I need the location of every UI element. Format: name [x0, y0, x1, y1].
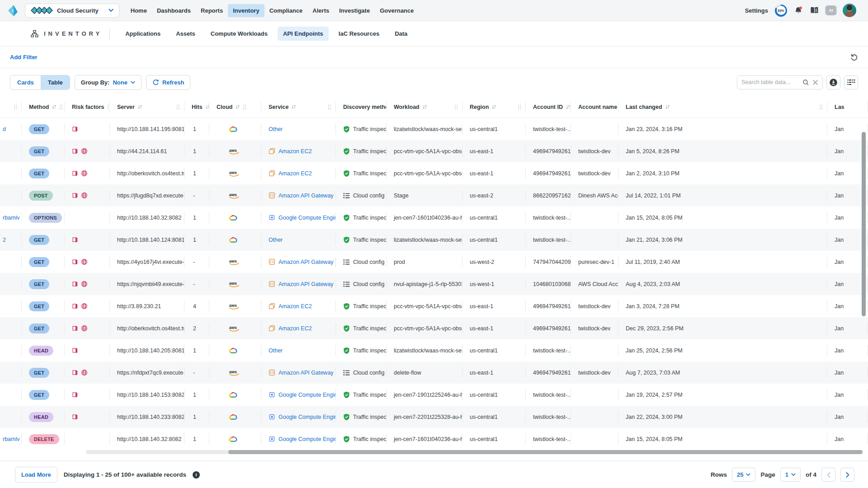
horizontal-scrollbar-thumb[interactable] — [228, 450, 863, 454]
column-header-account_name[interactable]: Account name — [571, 96, 618, 117]
nav-item-governance[interactable]: Governance — [375, 4, 419, 17]
nav-item-compliance[interactable]: Compliance — [264, 4, 308, 17]
column-header-hits[interactable]: Hits — [184, 96, 209, 117]
service-link[interactable]: Google Compute Engine — [278, 215, 336, 221]
section-title: INVENTORY — [31, 30, 102, 38]
download-button[interactable] — [826, 75, 840, 89]
cell-server: https://4yo167j4vi.execute-ap... — [110, 251, 184, 273]
sort-icon[interactable] — [422, 104, 427, 109]
next-page-button[interactable] — [840, 468, 854, 482]
column-settings-button[interactable] — [844, 75, 858, 89]
server-url: http://44.214.114.61 — [117, 148, 167, 155]
tab-compute-workloads[interactable]: Compute Workloads — [205, 27, 273, 41]
usage-progress-ring[interactable]: 83% — [775, 5, 787, 17]
drag-handle-icon[interactable] — [14, 104, 17, 110]
page-select[interactable]: 1 — [780, 468, 801, 482]
search-input[interactable] — [741, 79, 799, 85]
service-link[interactable]: Amazon EC2 — [278, 148, 312, 155]
service-link[interactable]: Amazon EC2 — [278, 170, 312, 177]
service-link[interactable]: Amazon EC2 — [278, 325, 312, 332]
cloud-config-list-icon — [343, 259, 350, 265]
cell-method: GET — [22, 361, 65, 384]
info-icon[interactable]: i — [193, 471, 200, 479]
column-header-service[interactable]: Service — [261, 96, 336, 117]
nav-item-home[interactable]: Home — [126, 4, 152, 17]
settings-link[interactable]: Settings — [745, 7, 768, 14]
load-more-button[interactable]: Load More — [15, 467, 57, 483]
nav-item-alerts[interactable]: Alerts — [307, 4, 334, 17]
service-link[interactable]: Other — [269, 237, 283, 243]
prisma-cloud-logo[interactable] — [7, 5, 19, 17]
tab-iac-resources[interactable]: IaC Resources — [333, 27, 385, 41]
tab-applications[interactable]: Applications — [120, 27, 166, 41]
service-link[interactable]: Amazon API Gateway — [278, 370, 334, 376]
endpoint-name-link[interactable]: rbamlv — [3, 436, 20, 442]
region-value: us-east-1 — [470, 148, 493, 155]
sort-icon[interactable] — [205, 104, 209, 109]
drag-handle-icon[interactable] — [454, 104, 458, 110]
sort-icon[interactable] — [291, 104, 296, 109]
vertical-scrollbar-thumb[interactable] — [862, 132, 866, 316]
drag-handle-icon[interactable] — [176, 104, 180, 110]
service-link[interactable]: Amazon API Gateway — [278, 281, 334, 287]
page-value: 1 — [785, 471, 788, 478]
service-link[interactable]: Amazon API Gateway — [278, 192, 334, 199]
endpoint-name-link[interactable]: d — [3, 126, 6, 132]
add-filter-button[interactable]: Add Filter — [10, 54, 38, 61]
view-option-table[interactable]: Table — [41, 75, 70, 89]
drag-handle-icon[interactable] — [59, 104, 63, 110]
notifications-bell-icon[interactable] — [794, 6, 803, 15]
column-header-method[interactable]: Method — [22, 96, 65, 117]
clear-search-icon[interactable] — [812, 80, 818, 85]
cell-service: Other — [261, 339, 336, 361]
view-option-cards[interactable]: Cards — [10, 75, 41, 89]
column-header-discovery[interactable]: Discovery method — [336, 96, 387, 117]
column-header-workload[interactable]: Workload — [387, 96, 462, 117]
sort-icon[interactable] — [235, 104, 240, 109]
endpoint-name-link[interactable]: rbamlv — [3, 215, 20, 221]
drag-handle-icon[interactable] — [518, 104, 521, 110]
nav-item-reports[interactable]: Reports — [196, 4, 228, 17]
column-header-cloud[interactable]: Cloud — [209, 96, 261, 117]
tab-assets[interactable]: Assets — [170, 27, 201, 41]
rows-per-page-value: 25 — [737, 471, 743, 478]
rows-per-page-select[interactable]: 25 — [732, 468, 755, 482]
refresh-button[interactable]: Refresh — [146, 75, 190, 90]
service-link[interactable]: Other — [269, 126, 283, 132]
service-link[interactable]: Other — [269, 347, 283, 354]
ai-assistant-icon[interactable]: AI — [826, 5, 836, 15]
tab-api-endpoints[interactable]: API Endpoints — [278, 27, 329, 41]
drag-handle-icon[interactable] — [328, 104, 331, 110]
endpoint-name-link[interactable]: 2 — [3, 237, 6, 243]
reset-view-icon[interactable] — [850, 53, 858, 61]
previous-page-button[interactable] — [821, 468, 835, 482]
sort-icon[interactable] — [137, 104, 142, 109]
nav-item-inventory[interactable]: Inventory — [228, 4, 264, 17]
service-link[interactable]: Google Compute Engine — [278, 414, 336, 420]
sort-icon[interactable] — [52, 104, 57, 109]
drag-handle-icon[interactable] — [243, 104, 246, 110]
service-link[interactable]: Amazon API Gateway — [278, 259, 334, 265]
group-by-dropdown[interactable]: Group By: None — [75, 75, 142, 90]
sort-icon[interactable] — [665, 104, 670, 109]
column-header-server[interactable]: Server — [110, 96, 184, 117]
drag-handle-icon[interactable] — [819, 104, 823, 110]
app-switcher-dropdown[interactable]: Cloud Security — [25, 4, 119, 18]
search-icon[interactable] — [802, 79, 809, 86]
sort-icon[interactable] — [491, 104, 496, 109]
service-link[interactable]: Google Compute Engine — [278, 436, 336, 442]
user-avatar[interactable] — [843, 4, 856, 17]
service-link[interactable]: Amazon EC2 — [278, 303, 312, 310]
subnav-divider — [109, 28, 110, 40]
column-header-region[interactable]: Region — [462, 96, 526, 117]
tab-data[interactable]: Data — [389, 27, 413, 41]
sort-icon[interactable] — [566, 104, 571, 109]
service-link[interactable]: Google Compute Engine — [278, 392, 336, 398]
documentation-book-icon[interactable] — [810, 6, 819, 14]
column-header-account_id[interactable]: Account ID — [526, 96, 571, 117]
column-header-last_changed[interactable]: Last changed — [618, 96, 827, 117]
nav-item-investigate[interactable]: Investigate — [334, 4, 375, 17]
horizontal-scrollbar-track[interactable] — [86, 450, 863, 454]
nav-item-dashboards[interactable]: Dashboards — [152, 4, 196, 17]
account_name-value: puresec-dev-1 — [578, 259, 614, 265]
